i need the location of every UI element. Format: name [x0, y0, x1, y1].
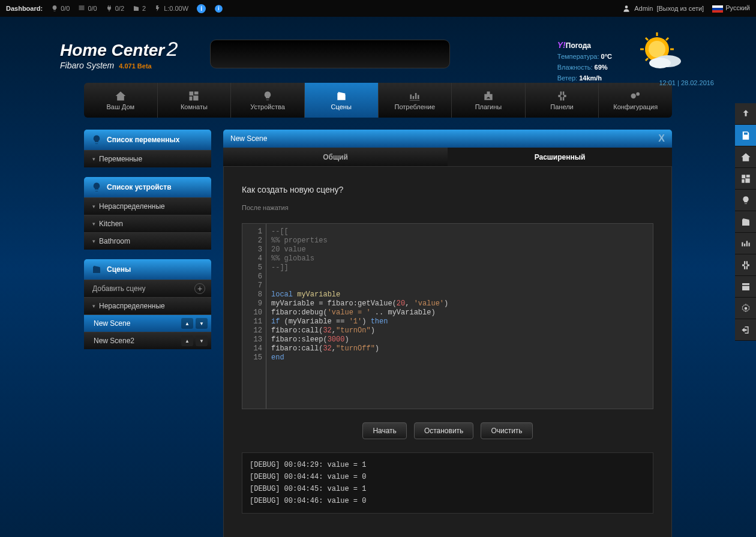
brand-logo: Home Center 2 Fibaro System4.071 Beta: [60, 37, 178, 70]
info-icon[interactable]: i: [197, 4, 206, 13]
tab-general[interactable]: Общий: [223, 148, 448, 166]
nav-scenes[interactable]: Сцены: [304, 83, 378, 118]
nav-devices[interactable]: Устройства: [230, 83, 304, 118]
plus-icon: +: [194, 283, 205, 294]
header: Home Center 2 Fibaro System4.071 Beta Y!…: [42, 17, 714, 83]
tool-upload-icon[interactable]: [735, 103, 756, 125]
scene-up-icon[interactable]: ▲: [181, 335, 193, 346]
tool-logout-icon[interactable]: [735, 319, 756, 341]
search-input[interactable]: [210, 40, 450, 68]
svg-line-7: [646, 38, 648, 40]
tool-save-icon[interactable]: [735, 125, 756, 146]
svg-point-13: [631, 94, 636, 98]
main-subtext: После нажатия: [242, 204, 653, 211]
svg-line-9: [646, 58, 648, 61]
start-button[interactable]: Начать: [362, 422, 407, 439]
nav-consumption[interactable]: Потребление: [378, 83, 452, 118]
user-block[interactable]: Admin [Выход из сети]: [622, 4, 704, 13]
stat-blinds: 0/0: [78, 5, 97, 12]
stop-button[interactable]: Остановить: [414, 422, 474, 439]
language-selector[interactable]: Русский: [712, 4, 750, 12]
sidebar-item-variables[interactable]: ▾Переменные: [84, 150, 211, 167]
close-icon[interactable]: X: [658, 133, 665, 144]
nav-plugins[interactable]: Плагины: [451, 83, 525, 118]
dashboard-label: Dashboard:: [6, 5, 43, 12]
main-panel-title: New Scene: [230, 134, 267, 143]
main-panel: New Scene X Общий Расширенный Как создат…: [223, 130, 672, 537]
svg-point-0: [625, 5, 628, 8]
yahoo-icon: Y!: [557, 40, 566, 50]
nav-config[interactable]: Конфигурация: [598, 83, 672, 118]
sidebar-item-bathroom[interactable]: ▾Bathroom: [84, 232, 211, 250]
stat-plugs: 0/2: [106, 5, 124, 12]
scene-down-icon[interactable]: ▼: [196, 335, 208, 346]
sidebar-add-scene[interactable]: Добавить сцену+: [84, 280, 211, 297]
stat-lights: 0/0: [51, 5, 70, 12]
weather-sun-icon: [630, 31, 684, 75]
svg-point-15: [744, 307, 747, 310]
svg-point-2: [649, 41, 665, 58]
svg-point-12: [649, 58, 671, 68]
code-editor[interactable]: 123456789101112131415 --[[%% properties2…: [242, 223, 653, 409]
scene-down-icon[interactable]: ▼: [196, 318, 208, 329]
code-content[interactable]: --[[%% properties20 value%% globals--]] …: [266, 224, 453, 409]
sidebar-scenes-group[interactable]: ▾Нераспределенные: [84, 297, 211, 314]
sidebar-head-devices: Список устройств: [84, 177, 211, 197]
debug-log: [DEBUG] 00:04:29: value = 1[DEBUG] 00:04…: [242, 452, 653, 514]
main-body: Как создать новую сцену? После нажатия 1…: [223, 167, 672, 537]
dashboard-bar: Dashboard: 0/0 0/0 0/2 2 L:0.00W i i Adm…: [0, 0, 756, 17]
stat-power: L:0.00W: [154, 5, 188, 12]
scene-up-icon[interactable]: ▲: [181, 318, 193, 329]
nav-home[interactable]: Ваш Дом: [84, 83, 157, 118]
sidebar-head-scenes: Сцены: [84, 259, 211, 280]
action-buttons: Начать Остановить Очистить: [242, 422, 653, 439]
tool-rooms-icon[interactable]: [735, 168, 756, 190]
main-panel-head: New Scene X: [223, 130, 672, 148]
tool-config-icon[interactable]: [735, 298, 756, 319]
side-toolbar: [735, 103, 756, 341]
content: Список переменных ▾Переменные Список уст…: [84, 130, 672, 537]
tool-panels-icon[interactable]: [735, 276, 756, 298]
left-sidebar: Список переменных ▾Переменные Список уст…: [84, 130, 211, 537]
svg-point-14: [636, 92, 640, 96]
tool-home-icon[interactable]: [735, 146, 756, 168]
nav-panels[interactable]: Панели: [525, 83, 599, 118]
info-icon-small[interactable]: i: [215, 5, 223, 13]
tool-scenes-icon[interactable]: [735, 211, 756, 233]
tool-consumption-icon[interactable]: [735, 233, 756, 254]
weather-widget: Y!Погода Температура: 0°C Влажность: 69%…: [557, 40, 612, 83]
sidebar-head-variables: Список переменных: [84, 130, 211, 150]
sidebar-scene-new-scene[interactable]: New Scene ▲▼: [84, 314, 211, 332]
sidebar-scene-new-scene2[interactable]: New Scene2 ▲▼: [84, 332, 211, 349]
stat-scenes: 2: [133, 5, 146, 12]
sidebar-item-unassigned-devices[interactable]: ▾Нераспределенные: [84, 197, 211, 215]
svg-line-10: [666, 38, 668, 40]
tool-plugins-icon[interactable]: [735, 254, 756, 276]
flag-ru-icon: [712, 5, 723, 13]
tool-devices-icon[interactable]: [735, 190, 756, 211]
nav-rooms[interactable]: Комнаты: [157, 83, 231, 118]
tab-advanced[interactable]: Расширенный: [448, 148, 672, 166]
main-nav: Ваш Дом Комнаты Устройства Сцены Потребл…: [84, 83, 672, 118]
code-gutter: 123456789101112131415: [242, 224, 266, 409]
main-heading: Как создать новую сцену?: [242, 185, 653, 194]
clear-button[interactable]: Очистить: [481, 422, 532, 439]
main-tabs: Общий Расширенный: [223, 148, 672, 167]
sidebar-item-kitchen[interactable]: ▾Kitchen: [84, 215, 211, 232]
caret-icon: ▾: [92, 156, 95, 162]
